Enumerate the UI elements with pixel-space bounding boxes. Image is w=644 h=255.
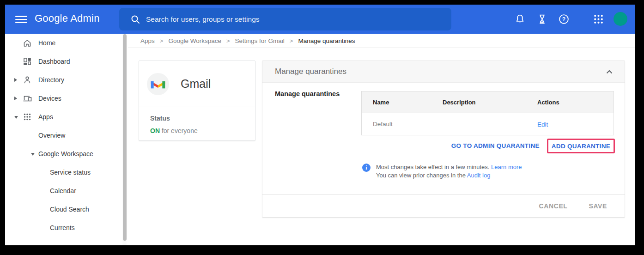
highlight-box: ADD QUARANTINE [547, 139, 615, 153]
chevron-up-icon [606, 70, 613, 74]
chevron-down-icon [14, 116, 18, 119]
learn-more-link[interactable]: Learn more [491, 164, 522, 170]
search-icon [130, 14, 140, 24]
brand-logo: Google Admin [35, 12, 100, 24]
home-icon [23, 38, 32, 48]
apps-icon [23, 112, 32, 121]
go-to-admin-quarantine-button[interactable]: GO TO ADMIN QUARANTINE [451, 142, 540, 149]
sidebar-item-label: Dashboard [38, 58, 70, 65]
collapse-button[interactable] [605, 67, 614, 76]
app-card-header: Gmail [139, 61, 255, 107]
sidebar-item-label: Home [38, 39, 55, 47]
breadcrumb-separator: > [160, 37, 164, 44]
info-note: i Most changes take effect in a few minu… [362, 163, 522, 179]
app-window: Google Admin ? [5, 5, 635, 245]
sidebar: Home Dashboard Directory Devices Apps Ov… [5, 34, 128, 245]
quarantine-actions: GO TO ADMIN QUARANTINE ADD QUARANTINE [451, 138, 615, 154]
sidebar-item-service-status[interactable]: Service status [5, 163, 128, 182]
cancel-button[interactable]: CANCEL [539, 202, 568, 210]
person-icon [23, 75, 32, 85]
column-header-name: Name [362, 99, 443, 106]
sidebar-item-label: Google Workspace [38, 150, 93, 158]
sidebar-item-directory[interactable]: Directory [5, 71, 128, 89]
table-row: Default Edit [362, 113, 614, 135]
brand-text: Google Admin [35, 12, 100, 24]
info-line1: Most changes take effect in a few minute… [376, 164, 489, 170]
breadcrumb: Apps > Google Workspace > Settings for G… [128, 34, 635, 48]
sidebar-item-google-workspace[interactable]: Google Workspace [5, 145, 128, 163]
menu-icon[interactable] [15, 14, 27, 24]
status-on-badge: ON [150, 127, 160, 134]
breadcrumb-separator: > [226, 37, 230, 44]
sidebar-item-home[interactable]: Home [5, 34, 128, 52]
sidebar-scrollbar [122, 34, 127, 245]
sidebar-item-currents[interactable]: Currents [5, 219, 128, 237]
audit-log-link[interactable]: Audit log [467, 172, 491, 179]
search-bar [119, 8, 451, 30]
gmail-app-card: Gmail Status ON for everyone [139, 61, 255, 141]
scrollbar-thumb[interactable] [123, 34, 127, 241]
gmail-icon [150, 78, 166, 90]
sidebar-item-overview[interactable]: Overview [5, 126, 128, 145]
breadcrumb-apps[interactable]: Apps [140, 37, 155, 44]
sidebar-item-label: Overview [38, 132, 65, 139]
add-quarantine-button[interactable]: ADD QUARANTINE [552, 143, 610, 150]
info-text: Most changes take effect in a few minute… [376, 163, 522, 179]
sidebar-item-label: Service status [50, 169, 91, 176]
info-line2: You can view prior changes in the [376, 172, 466, 179]
bell-icon[interactable] [514, 13, 526, 25]
svg-text:?: ? [562, 16, 565, 23]
panel-header[interactable]: Manage quarantines [262, 61, 625, 83]
breadcrumb-settings-for-gmail[interactable]: Settings for Gmail [235, 37, 285, 44]
hourglass-icon[interactable] [536, 13, 548, 25]
devices-icon [23, 94, 32, 103]
breadcrumb-current: Manage quarantines [298, 37, 355, 44]
app-status-section: Status ON for everyone [139, 107, 255, 134]
sidebar-item-apps[interactable]: Apps [5, 108, 128, 126]
section-label: Manage quarantines [275, 90, 340, 97]
sidebar-item-label: Currents [50, 224, 75, 231]
sidebar-item-cloud-search[interactable]: Cloud Search [5, 200, 128, 219]
manage-quarantines-panel: Manage quarantines Manage quarantines Na… [262, 61, 625, 218]
save-button[interactable]: SAVE [589, 202, 608, 210]
table-header-row: Name Description Actions [362, 91, 614, 113]
chevron-down-icon [31, 153, 35, 156]
help-icon[interactable]: ? [558, 13, 570, 25]
main-content: Apps > Google Workspace > Settings for G… [128, 34, 635, 245]
search-input[interactable] [146, 8, 442, 30]
chevron-right-icon [14, 78, 17, 82]
sidebar-item-label: Calendar [50, 187, 76, 194]
breadcrumb-separator: > [290, 37, 293, 44]
sidebar-item-dashboard[interactable]: Dashboard [5, 52, 128, 71]
topbar: Google Admin ? [5, 5, 635, 34]
breadcrumb-google-workspace[interactable]: Google Workspace [168, 37, 221, 44]
quarantine-name: Default [362, 121, 443, 128]
quarantines-table: Name Description Actions Default Edit [361, 91, 614, 135]
sidebar-item-label: Cloud Search [50, 206, 89, 213]
panel-title: Manage quarantines [275, 67, 605, 76]
column-header-description: Description [443, 99, 537, 106]
edit-link[interactable]: Edit [537, 121, 548, 128]
status-rest: for everyone [160, 127, 198, 134]
panel-footer: CANCEL SAVE [262, 194, 625, 217]
column-header-actions: Actions [537, 99, 614, 106]
sidebar-item-label: Directory [38, 76, 64, 84]
gmail-logo-circle [147, 73, 169, 95]
status-label: Status [150, 115, 255, 122]
apps-grid-icon[interactable] [593, 13, 604, 25]
info-icon: i [362, 164, 371, 172]
app-title: Gmail [181, 77, 211, 91]
avatar[interactable] [614, 12, 627, 26]
sidebar-item-devices[interactable]: Devices [5, 89, 128, 108]
dashboard-icon [23, 57, 32, 66]
sidebar-item-label: Apps [38, 113, 53, 121]
status-value: ON for everyone [150, 127, 255, 134]
chevron-right-icon [14, 97, 17, 100]
sidebar-item-calendar[interactable]: Calendar [5, 182, 128, 200]
sidebar-item-label: Devices [38, 95, 61, 102]
